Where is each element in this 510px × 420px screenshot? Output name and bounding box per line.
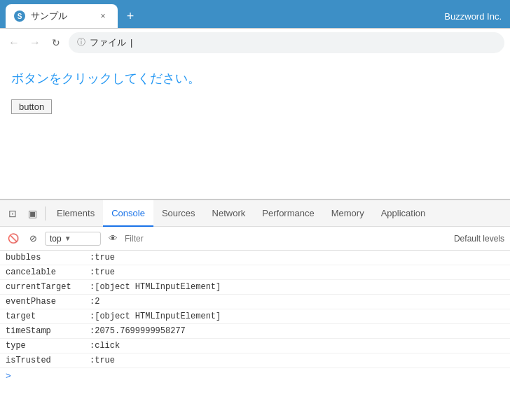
tab-close-button[interactable]: ×	[97, 10, 109, 22]
context-select-arrow: ▼	[64, 234, 71, 242]
page-text: ボタンをクリックしてください。	[11, 70, 499, 87]
console-output: bubbles :true cancelable :true currentTa…	[0, 251, 510, 420]
prop-name-eventphase: eventPhase	[6, 297, 90, 307]
console-row-type: type :click	[0, 339, 510, 354]
tab-performance[interactable]: Performance	[254, 200, 322, 227]
tab-favicon: S	[14, 10, 25, 22]
devtools-separator	[45, 206, 46, 220]
console-row-timestamp: timeStamp :2075.7699999958277	[0, 324, 510, 339]
reload-button[interactable]: ↻	[48, 34, 64, 51]
console-row-bubbles: bubbles :true	[0, 251, 510, 265]
console-row-eventphase: eventPhase :2	[0, 295, 510, 309]
console-row-target: target :[object HTMLInputElement]	[0, 309, 510, 324]
console-row-istrusted: isTrusted :true	[0, 354, 510, 368]
prop-value-istrusted: :true	[90, 356, 115, 365]
console-context-select[interactable]: top ▼	[45, 232, 101, 246]
url-text: ファイル	[90, 36, 126, 49]
tab-console[interactable]: Console	[103, 200, 153, 227]
browser-chrome: S サンプル × + Buzzword Inc. ← → ↻ ⓘ ファイル |	[0, 0, 510, 56]
prop-value-eventphase: :2	[90, 297, 99, 307]
url-cursor: |	[130, 37, 132, 48]
prop-name-timestamp: timeStamp	[6, 326, 90, 336]
prompt-symbol: >	[6, 371, 11, 382]
prop-name-cancelable: cancelable	[6, 267, 90, 277]
prop-value-cancelable: :true	[90, 267, 115, 277]
prop-name-bubbles: bubbles	[6, 253, 90, 262]
tab-bar: S サンプル × + Buzzword Inc.	[0, 0, 510, 28]
prop-name-istrusted: isTrusted	[6, 356, 90, 365]
tab-title: サンプル	[31, 10, 67, 22]
prop-value-type: :click	[90, 341, 120, 351]
forward-button[interactable]: →	[27, 34, 43, 51]
address-bar: ← → ↻ ⓘ ファイル |	[0, 28, 510, 56]
devtools-cursor-icon[interactable]: ⊡	[3, 204, 22, 223]
new-tab-button[interactable]: +	[120, 6, 140, 26]
console-row-cancelable: cancelable :true	[0, 265, 510, 280]
page-button[interactable]: button	[11, 99, 52, 114]
default-levels-label: Default levels	[454, 234, 504, 244]
back-button[interactable]: ←	[6, 34, 22, 51]
console-eye-icon[interactable]: 👁	[105, 231, 120, 246]
tab-elements[interactable]: Elements	[48, 200, 103, 227]
prop-value-bubbles: :true	[90, 253, 115, 262]
prop-name-type: type	[6, 341, 90, 351]
company-name: Buzzword Inc.	[444, 11, 510, 22]
devtools-device-icon[interactable]: ▣	[22, 204, 42, 223]
devtools-tabbar: ⊡ ▣ Elements Console Sources Network Per…	[0, 200, 510, 227]
prop-value-currenttarget: :[object HTMLInputElement]	[90, 282, 221, 292]
tab-application[interactable]: Application	[373, 200, 434, 227]
console-filter-toggle[interactable]: ⊘	[25, 231, 41, 246]
console-filter-input[interactable]	[125, 234, 450, 244]
console-clear-button[interactable]: 🚫	[6, 231, 21, 246]
console-prompt[interactable]: >	[0, 368, 510, 384]
prop-name-currenttarget: currentTarget	[6, 282, 90, 292]
url-bar[interactable]: ⓘ ファイル |	[69, 32, 504, 53]
page-content: ボタンをクリックしてください。 button	[0, 56, 510, 200]
tab-network[interactable]: Network	[204, 200, 254, 227]
tab-memory[interactable]: Memory	[323, 200, 373, 227]
prop-value-target: :[object HTMLInputElement]	[90, 312, 221, 321]
context-select-value: top	[50, 234, 62, 244]
devtools-toolbar: 🚫 ⊘ top ▼ 👁 Default levels	[0, 227, 510, 251]
prop-value-timestamp: :2075.7699999958277	[90, 326, 186, 336]
tab-sources[interactable]: Sources	[153, 200, 204, 227]
prop-name-target: target	[6, 312, 90, 321]
console-row-currenttarget: currentTarget :[object HTMLInputElement]	[0, 280, 510, 295]
url-secure-icon: ⓘ	[77, 36, 85, 48]
browser-tab[interactable]: S サンプル ×	[6, 4, 118, 28]
devtools-panel: ⊡ ▣ Elements Console Sources Network Per…	[0, 200, 510, 420]
